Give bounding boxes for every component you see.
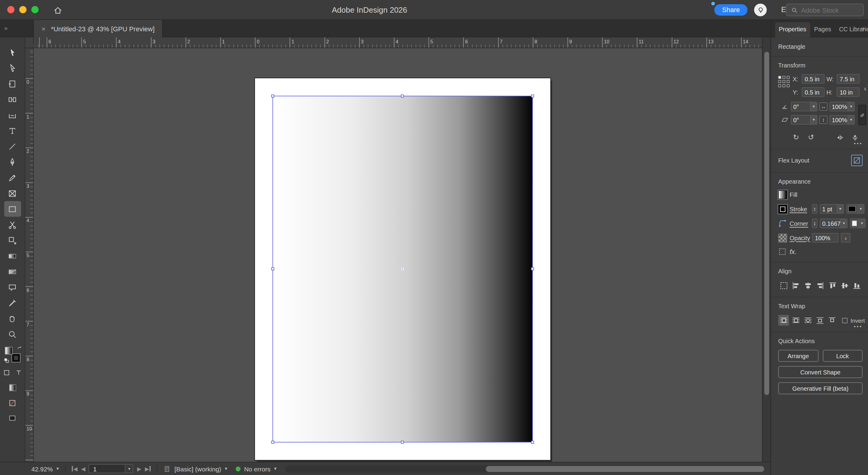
wrap-bounding-box[interactable] <box>790 315 801 326</box>
corner-radius-stepper[interactable]: ▴▾ <box>812 218 817 228</box>
fill-swatch[interactable] <box>778 190 787 199</box>
align-to[interactable] <box>778 280 789 291</box>
text-wrap-more-options[interactable]: ••• <box>854 324 863 329</box>
stock-search-input[interactable] <box>801 6 857 13</box>
rectangle-frame-tool[interactable] <box>4 185 21 201</box>
page-number-field[interactable]: 1 ▾ <box>89 464 133 473</box>
page-tool[interactable] <box>4 76 21 92</box>
align-bottom[interactable] <box>852 280 863 291</box>
chevron-down-icon[interactable]: ▾ <box>840 219 847 228</box>
pasteboard[interactable] <box>34 48 762 462</box>
next-page-button[interactable]: ▶ <box>137 466 141 472</box>
stroke-label[interactable]: Stroke <box>789 206 809 212</box>
tab-properties[interactable]: Properties <box>775 22 810 37</box>
scissors-tool[interactable] <box>4 217 21 232</box>
first-page-button[interactable]: ◀ <box>71 466 78 472</box>
stroke-proxy-swatch[interactable] <box>12 354 20 362</box>
apply-none-button[interactable] <box>7 398 17 408</box>
apply-gradient-button[interactable] <box>7 383 17 393</box>
y-field[interactable]: 0.5 in <box>802 87 825 97</box>
chevron-down-icon[interactable]: ▾ <box>847 115 854 124</box>
screen-mode-button[interactable] <box>7 413 17 422</box>
tab-pages[interactable]: Pages <box>810 22 835 37</box>
shear-angle-combo[interactable]: 0° ▾ <box>791 115 817 125</box>
ruler-vertical[interactable]: 01234567891011 <box>25 48 34 462</box>
convert-shape-button[interactable]: Convert Shape <box>778 366 863 378</box>
stroke-swatch[interactable] <box>778 204 787 213</box>
generative-fill-button[interactable]: Generative Fill (beta) <box>778 382 863 394</box>
selection-handle[interactable] <box>531 441 534 444</box>
free-transform-tool[interactable] <box>4 232 21 248</box>
invert-checkbox[interactable] <box>842 317 847 323</box>
fx-label[interactable]: fx. <box>789 248 797 255</box>
document-tab[interactable]: × *Untitled-23 @ 43% [GPU Preview] <box>33 20 163 37</box>
chevron-down-icon[interactable]: ▾ <box>858 219 865 228</box>
formatting-affects-container-icon[interactable] <box>1 368 11 377</box>
transform-more-options[interactable]: ••• <box>854 141 863 146</box>
default-fill-stroke-icon[interactable] <box>4 358 9 363</box>
chevron-down-icon[interactable]: ▾ <box>125 465 133 473</box>
wrap-object-shape[interactable] <box>802 315 813 326</box>
flex-layout-toggle-icon[interactable] <box>851 155 863 166</box>
eyedropper-tool[interactable] <box>4 295 21 311</box>
stroke-weight-stepper[interactable]: ▴▾ <box>812 204 817 214</box>
selected-rectangle[interactable] <box>273 96 533 442</box>
close-window-button[interactable] <box>7 6 14 13</box>
gradient-feather-tool[interactable] <box>4 264 21 279</box>
tab-overflow-left-icon[interactable]: » <box>4 25 7 31</box>
fill-stroke-proxy[interactable] <box>5 347 21 363</box>
fill-proxy-swatch[interactable] <box>5 347 13 354</box>
no-wrap[interactable] <box>778 315 789 326</box>
align-right[interactable] <box>815 280 826 291</box>
chevron-down-icon[interactable]: ▾ <box>847 102 854 111</box>
selection-handle[interactable] <box>271 267 274 270</box>
align-top[interactable] <box>827 280 838 291</box>
flip-vertical-icon[interactable] <box>851 133 859 141</box>
zoom-window-button[interactable] <box>31 6 38 13</box>
align-center-h[interactable] <box>803 280 813 291</box>
selection-handle[interactable] <box>531 267 534 270</box>
selection-handle[interactable] <box>271 95 274 98</box>
gradient-swatch-tool[interactable] <box>4 248 21 264</box>
rectangle-tool[interactable] <box>4 201 21 217</box>
selection-tool[interactable] <box>4 44 21 60</box>
stroke-color-combo[interactable]: ▾ <box>846 204 864 214</box>
flip-horizontal-icon[interactable] <box>836 133 844 141</box>
scale-y-combo[interactable]: 100% ▾ <box>830 115 855 125</box>
opacity-field[interactable]: 100% <box>812 233 838 243</box>
panel-overflow-icon[interactable]: » <box>862 25 865 31</box>
x-field[interactable]: 0.5 in <box>802 74 825 84</box>
chevron-down-icon[interactable]: ▾ <box>857 205 864 213</box>
chevron-down-icon[interactable]: ▾ <box>810 115 817 124</box>
corner-label[interactable]: Corner <box>789 220 809 227</box>
previous-page-button[interactable]: ◀ <box>81 466 85 472</box>
w-field[interactable]: 7.5 in <box>837 74 860 84</box>
selection-handle[interactable] <box>401 441 404 444</box>
home-icon[interactable] <box>52 4 64 16</box>
h-field[interactable]: 10 in <box>837 87 860 97</box>
horizontal-scrollbar-thumb[interactable] <box>486 466 764 472</box>
selection-handle[interactable] <box>401 95 404 98</box>
opacity-disclosure-icon[interactable]: › <box>841 233 850 243</box>
opacity-label[interactable]: Opacity <box>789 235 809 241</box>
jump-to-next-column[interactable] <box>827 315 837 326</box>
line-tool[interactable] <box>4 138 21 154</box>
horizontal-scrollbar[interactable] <box>285 465 765 472</box>
rotate-counterclockwise-icon[interactable]: ↺ <box>807 133 815 141</box>
pencil-tool[interactable] <box>4 170 21 185</box>
scale-x-combo[interactable]: 100% ▾ <box>830 102 855 111</box>
selection-handle[interactable] <box>271 441 274 444</box>
ruler-horizontal[interactable]: 65432101234567891011121314 <box>25 37 762 48</box>
arrange-button[interactable]: Arrange <box>778 350 818 362</box>
rotation-angle-combo[interactable]: 0° ▾ <box>791 102 817 111</box>
content-collector-tool[interactable] <box>4 107 21 123</box>
fill-label[interactable]: Fill <box>789 192 809 198</box>
constrain-dimensions-icon[interactable] <box>863 74 868 101</box>
selection-handle[interactable] <box>531 95 534 98</box>
vertical-scrollbar[interactable] <box>762 37 770 462</box>
note-tool[interactable] <box>4 279 21 295</box>
reference-point-selector[interactable] <box>778 74 789 101</box>
object-center-point[interactable] <box>401 268 404 270</box>
rotate-clockwise-icon[interactable]: ↻ <box>792 133 800 141</box>
pen-tool[interactable] <box>4 154 21 170</box>
